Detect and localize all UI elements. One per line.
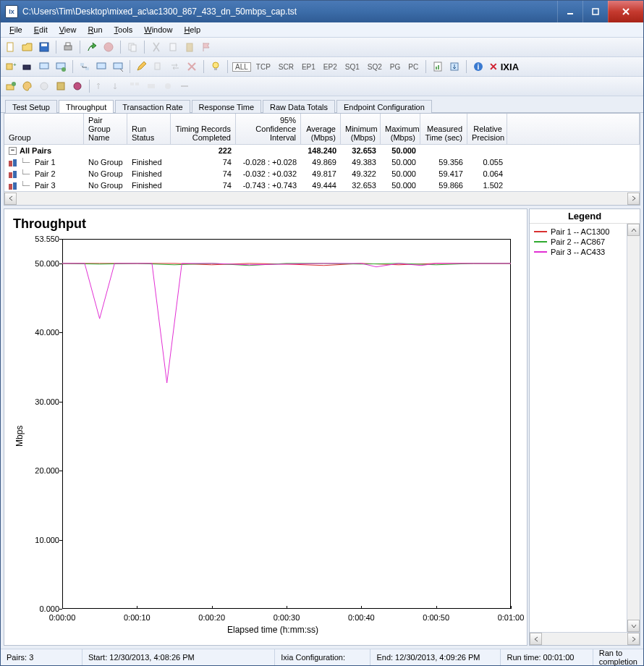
monitor-icon[interactable]: [37, 59, 51, 74]
menu-help[interactable]: Help: [178, 24, 206, 35]
legend-h-scrollbar[interactable]: [530, 632, 640, 645]
tab-response-time[interactable]: Response Time: [192, 100, 261, 113]
delete-icon: [185, 59, 199, 74]
x-tick-label: 0:00:00: [49, 613, 76, 622]
filter-pg-button[interactable]: PG: [387, 62, 403, 72]
add-pair-icon[interactable]: +: [4, 59, 18, 74]
monitor2-icon[interactable]: [54, 59, 68, 74]
col-header[interactable]: Minimum(Mbps): [341, 114, 381, 144]
menu-run[interactable]: Run: [82, 24, 108, 35]
menu-window[interactable]: Window: [138, 24, 178, 35]
info-icon[interactable]: i: [471, 59, 486, 74]
col-header[interactable]: Average(Mbps): [301, 114, 341, 144]
filter-ep1-button[interactable]: EP1: [299, 62, 318, 72]
tab-throughput[interactable]: Throughput: [59, 100, 114, 113]
legend-swatch: [534, 241, 547, 243]
col-header[interactable]: Group: [4, 114, 84, 144]
tool4-icon[interactable]: [54, 79, 68, 93]
col-header[interactable]: Timing RecordsCompleted: [171, 114, 236, 144]
svg-rect-16: [23, 65, 30, 69]
monitor4-icon[interactable]: [111, 59, 125, 74]
scroll-up-icon[interactable]: [627, 224, 640, 236]
open-icon[interactable]: [20, 40, 35, 54]
legend-label: Pair 2 -- AC867: [551, 237, 605, 246]
filter-sq1-button[interactable]: SQ1: [342, 62, 363, 72]
toolbar-2: + ALL TCP SCR EP1 EP2 SQ1 SQ2 PG PC i ✕ …: [1, 57, 643, 77]
svg-rect-12: [170, 43, 176, 51]
table-row-summary[interactable]: −All Pairs222148.24032.65350.000: [4, 145, 640, 156]
svg-rect-40: [148, 84, 155, 88]
tool5-icon[interactable]: [70, 79, 85, 93]
window-title: C:\Users\Tim\Desktop\mixed_ac\ac1300_867…: [22, 7, 557, 17]
tab-raw-data-totals[interactable]: Raw Data Totals: [263, 100, 335, 113]
save-icon[interactable]: [37, 40, 51, 54]
scroll-left-icon[interactable]: [530, 633, 542, 645]
filter-ep2-button[interactable]: EP2: [321, 62, 340, 72]
status-end: End: 12/30/2013, 4:09:26 PM: [370, 649, 501, 665]
filter-tcp-button[interactable]: TCP: [253, 62, 274, 72]
status-start: Start: 12/30/2013, 4:08:26 PM: [82, 649, 275, 665]
legend-item[interactable]: Pair 1 -- AC1300: [534, 227, 622, 237]
svg-rect-24: [155, 63, 160, 69]
minimize-button[interactable]: [557, 1, 582, 22]
filter-scr-button[interactable]: SCR: [276, 62, 297, 72]
col-header[interactable]: 95% ConfidenceInterval: [236, 114, 301, 144]
maximize-button[interactable]: [582, 1, 608, 22]
x-axis-label: Elapsed time (h:mm:ss): [27, 625, 518, 635]
svg-point-35: [41, 83, 48, 90]
tab-test-setup[interactable]: Test Setup: [5, 100, 57, 113]
col-header[interactable]: Run Status: [127, 114, 171, 144]
filter-pc-button[interactable]: PC: [405, 62, 421, 72]
table-h-scrollbar[interactable]: [4, 191, 640, 205]
table-row[interactable]: └─ Pair 1No GroupFinished74-0.028 : +0.0…: [4, 156, 640, 168]
network-icon[interactable]: [77, 59, 92, 74]
filter-sq2-button[interactable]: SQ2: [365, 62, 385, 72]
print-icon[interactable]: [61, 40, 75, 54]
scroll-down-icon[interactable]: [627, 620, 640, 632]
menu-file[interactable]: File: [4, 24, 28, 35]
svg-rect-20: [80, 63, 84, 66]
export-icon[interactable]: [447, 59, 462, 74]
menu-view[interactable]: View: [54, 24, 82, 35]
report-icon[interactable]: [431, 59, 445, 74]
close-button[interactable]: [608, 1, 643, 22]
legend-item[interactable]: Pair 3 -- AC433: [534, 247, 622, 257]
col-header[interactable]: Maximum(Mbps): [381, 114, 420, 144]
legend-v-scrollbar[interactable]: [627, 224, 640, 632]
bulb-icon[interactable]: [208, 59, 223, 74]
window-buttons: [557, 1, 643, 22]
legend-title: Legend: [530, 209, 640, 224]
col-header[interactable]: RelativePrecision: [467, 114, 507, 144]
filter-all-button[interactable]: ALL: [232, 62, 251, 72]
palette-icon[interactable]: [20, 79, 35, 93]
svg-text:+: +: [13, 62, 17, 68]
col-header[interactable]: Pair GroupName: [84, 114, 127, 144]
scroll-right-icon[interactable]: [627, 633, 640, 645]
monitor3-icon[interactable]: [94, 59, 109, 74]
new-icon[interactable]: [4, 40, 18, 54]
tab-endpoint-configuration[interactable]: Endpoint Configuration: [336, 100, 432, 113]
svg-rect-22: [97, 63, 106, 69]
title-bar: Ix C:\Users\Tim\Desktop\mixed_ac\ac1300_…: [1, 1, 643, 22]
results-table: GroupPair GroupNameRun StatusTiming Reco…: [4, 113, 640, 206]
add-hw-pair-icon[interactable]: [20, 59, 35, 74]
scroll-left-icon[interactable]: [4, 193, 17, 205]
x-tick-label: 0:00:40: [348, 613, 375, 622]
table-row[interactable]: └─ Pair 2No GroupFinished74-0.032 : +0.0…: [4, 168, 640, 180]
col-header[interactable]: MeasuredTime (sec): [420, 114, 467, 144]
group-wizard-icon[interactable]: [4, 79, 18, 93]
plot-area[interactable]: Elapsed time (h:mm:ss) 53.55050.00040.00…: [27, 235, 518, 638]
edit-pair-icon[interactable]: [135, 59, 149, 74]
svg-rect-28: [436, 67, 437, 69]
legend-swatch: [534, 251, 547, 253]
scroll-right-icon[interactable]: [627, 193, 640, 205]
menu-edit[interactable]: Edit: [28, 24, 54, 35]
menu-tools[interactable]: Tools: [109, 24, 139, 35]
x-tick-label: 0:00:10: [124, 613, 151, 622]
clone-icon: [151, 59, 166, 74]
legend-item[interactable]: Pair 2 -- AC867: [534, 237, 622, 247]
run-icon[interactable]: [85, 40, 99, 54]
table-row[interactable]: └─ Pair 3No GroupFinished74-0.743 : +0.7…: [4, 180, 640, 191]
svg-rect-26: [214, 68, 217, 70]
tab-transaction-rate[interactable]: Transaction Rate: [115, 100, 190, 113]
